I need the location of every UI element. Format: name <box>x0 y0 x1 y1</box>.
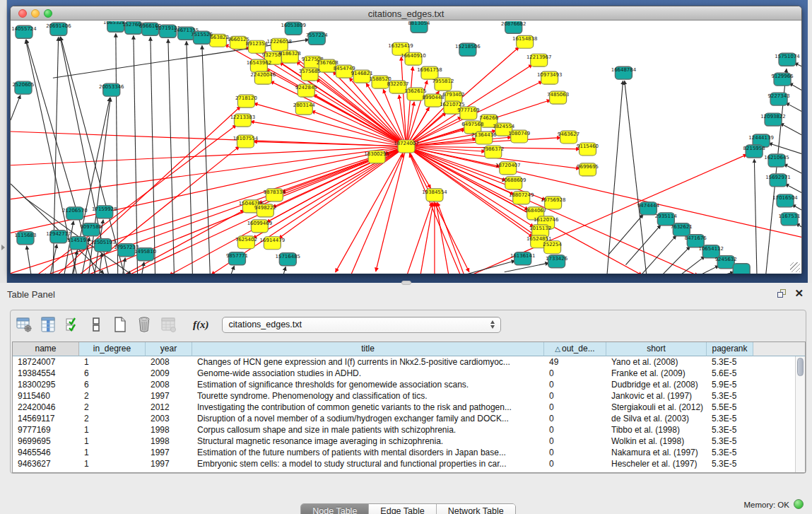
graph-node-label: 2718120 <box>235 95 257 101</box>
graph-node-label: 18107554 <box>233 136 259 141</box>
graph-node-label: 12226058 <box>267 39 292 45</box>
graph-node-label: 2367608 <box>317 60 339 66</box>
graph-node-label: 14055724 <box>11 26 37 32</box>
graph-edge[interactable] <box>406 202 432 274</box>
graph-edge[interactable] <box>608 214 643 255</box>
graph-node-label: 1362615 <box>404 88 426 94</box>
table-cell: 2008 <box>146 379 192 390</box>
graph-node-label: 7485063 <box>547 92 569 98</box>
graph-edge[interactable] <box>692 266 719 274</box>
graph-node-label: 9245632 <box>715 257 737 262</box>
table-row[interactable]: 969969511998Structural magnetic resonanc… <box>13 436 795 447</box>
table-row[interactable]: 1830029562008Estimation of significance … <box>13 379 795 390</box>
table-selector-value: citations_edges.txt <box>223 320 302 329</box>
graph-edge[interactable] <box>134 35 138 274</box>
graph-edge[interactable] <box>789 83 801 96</box>
graph-node-label: 16136141 <box>510 253 535 259</box>
graph-edge[interactable] <box>406 146 469 272</box>
table-selector-dropdown[interactable]: citations_edges.txt <box>222 317 501 333</box>
graph-edge[interactable] <box>151 37 155 274</box>
graph-node-label: 8990448 <box>422 95 444 100</box>
graph-edge[interactable] <box>116 33 118 274</box>
column-header-short[interactable]: short <box>606 342 707 356</box>
graph-edge[interactable] <box>786 103 801 117</box>
graph-edge[interactable] <box>780 123 801 140</box>
graph-edge[interactable] <box>675 256 705 274</box>
vertical-scrollbar[interactable] <box>795 356 805 472</box>
table-row[interactable]: 911546021997Tourette syndrome. Phenomeno… <box>13 390 795 402</box>
table-row[interactable]: 946554611997Estimation of the future num… <box>13 447 795 458</box>
graph-node-label: 6793402 <box>442 92 464 98</box>
graph-edge[interactable] <box>754 159 757 274</box>
graph-node[interactable] <box>733 264 750 274</box>
table-row[interactable]: 946362711997Embryonic stem cells: a mode… <box>13 458 795 469</box>
table-row[interactable]: 977716911998Corpus callosum shape and si… <box>13 424 795 436</box>
table-toolbar: f(x) citations_edges.txt <box>15 315 792 334</box>
graph-node-label: 12213967 <box>526 54 551 60</box>
column-header-in-degree[interactable]: in_degree <box>79 342 146 356</box>
network-desktop: citations_edges.txt 18724007766382296601… <box>7 0 808 283</box>
graph-edge[interactable] <box>286 49 406 146</box>
column-header-pagerank[interactable]: pagerank <box>707 342 753 356</box>
import-table-icon[interactable] <box>159 315 177 334</box>
graph-edge[interactable] <box>11 95 20 120</box>
pane-expand-arrow-icon[interactable] <box>1 245 5 250</box>
graph-node-label: 7955812 <box>432 78 454 84</box>
window-title-bar[interactable]: citations_edges.txt <box>11 6 801 21</box>
select-checks-icon[interactable] <box>63 315 81 334</box>
table-panel-header: Table Panel ✕ <box>0 283 812 308</box>
graph-node-label: 20053346 <box>99 84 124 90</box>
graph-node-label: 16210725 <box>440 102 464 107</box>
table-row[interactable]: 1938455462009Genome-wide association stu… <box>13 368 795 379</box>
graph-edge[interactable] <box>11 146 406 165</box>
column-header-out-de-[interactable]: △out_de... <box>544 342 606 356</box>
table-cell: de Silva et al. (2003) <box>606 413 707 424</box>
graph-edge[interactable] <box>420 203 433 274</box>
table-row[interactable]: 1456911722003Disruption of a novel membe… <box>13 413 795 424</box>
table-row[interactable]: 1872400712008Changes of HCN gene express… <box>13 356 795 368</box>
column-header-year[interactable]: year <box>146 342 192 356</box>
graph-edge[interactable] <box>406 146 801 238</box>
graph-edge[interactable] <box>11 131 406 146</box>
graph-node-label: 18724007 <box>394 141 418 146</box>
column-header-title[interactable]: title <box>192 342 544 356</box>
table-settings-icon[interactable] <box>15 315 33 334</box>
graph-edge[interactable] <box>229 266 234 274</box>
column-header-name[interactable]: name <box>13 342 79 356</box>
graph-node-label: 6497568 <box>461 122 483 127</box>
network-canvas-svg[interactable]: 1872400776638229660125891235412226058932… <box>11 21 801 274</box>
graph-edge[interactable] <box>168 39 175 274</box>
graph-edge[interactable] <box>642 235 676 274</box>
delete-icon[interactable] <box>135 315 153 334</box>
new-file-icon[interactable] <box>111 315 129 334</box>
network-view[interactable]: 1872400776638229660125891235412226058932… <box>11 21 801 274</box>
graph-edge[interactable] <box>606 81 623 274</box>
table-cell: Embryonic stem cells: a model to study s… <box>192 458 544 469</box>
table-cell: 0 <box>544 402 606 413</box>
scrollbar-thumb[interactable] <box>797 358 804 376</box>
graph-edge[interactable] <box>436 203 449 274</box>
table-cell: 5.9E-5 <box>707 379 753 390</box>
graph-edge[interactable] <box>187 41 193 274</box>
graph-node-label: 7632621 <box>671 224 693 230</box>
graph-edge[interactable] <box>406 66 413 146</box>
table-cell: Structural magnetic resonance image aver… <box>192 436 544 447</box>
function-icon[interactable]: f(x) <box>193 319 209 331</box>
stacked-squares-icon[interactable] <box>87 315 105 334</box>
graph-edge[interactable] <box>437 202 466 274</box>
table-group-box: f(x) citations_edges.txt namein_degreeye… <box>10 310 806 474</box>
close-icon[interactable]: ✕ <box>794 287 804 300</box>
table-cell: Stergiakouli et al. (2012) <box>606 402 707 413</box>
graph-edge[interactable] <box>27 246 32 274</box>
graph-edge[interactable] <box>709 272 734 274</box>
float-window-icon[interactable] <box>777 288 788 300</box>
window-resize-grip[interactable] <box>790 262 800 272</box>
graph-edge[interactable] <box>401 57 406 146</box>
graph-edge[interactable] <box>282 267 286 274</box>
graph-edge[interactable] <box>349 153 404 274</box>
graph-node-label: 7557224 <box>306 33 329 38</box>
table-cell: 0 <box>544 368 606 379</box>
table-column-icon[interactable] <box>39 315 57 334</box>
table-row[interactable]: 2242004622012Investigating the contribut… <box>13 402 795 413</box>
graph-node-label: 18720407 <box>495 163 520 168</box>
